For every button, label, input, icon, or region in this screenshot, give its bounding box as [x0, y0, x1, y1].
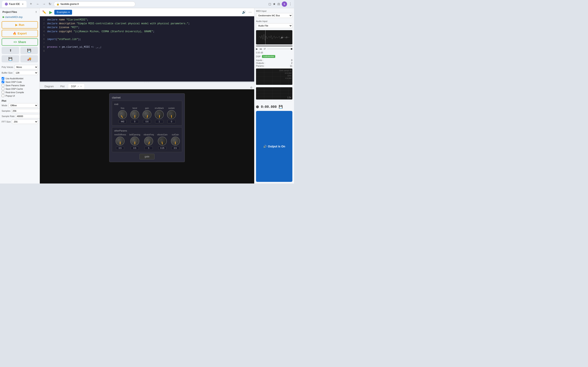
open-btn[interactable]: 💾	[2, 55, 19, 62]
mode-select[interactable]: Offline Online	[9, 103, 38, 108]
run-button[interactable]: ▶ Run	[2, 21, 38, 29]
audioworklet-row: Use AudioWorklet	[2, 77, 38, 80]
save-cache-checkbox[interactable]	[2, 87, 4, 90]
realtime-checkbox[interactable]	[2, 91, 4, 94]
dsp-panel: clarinet midi freq 440 bend	[40, 89, 254, 184]
progress-bar[interactable]	[256, 46, 292, 46]
knob-reedstiffness-control[interactable]	[116, 137, 125, 146]
output-button[interactable]: 🔊 Output is On	[256, 111, 292, 182]
transport-save-icon[interactable]: 💾	[279, 105, 283, 109]
save-cache-row: Save DSP Cache	[2, 87, 38, 90]
knob-sustain-value[interactable]: 0	[167, 120, 176, 123]
knob-envattack-control[interactable]	[155, 110, 164, 119]
new-tab-btn[interactable]: +	[28, 1, 34, 7]
knob-vibratogain-value[interactable]: 0.25	[158, 146, 166, 150]
extensions-icon[interactable]: ⚖	[277, 2, 280, 6]
export-button[interactable]: 🔥 Export	[2, 30, 38, 37]
run-icon: ▶	[15, 23, 17, 26]
external-link-icon[interactable]: ◻	[268, 2, 271, 6]
fft-row: FFT Size 256 512 1024	[2, 119, 38, 124]
popup-checkbox[interactable]	[2, 94, 4, 97]
plot-section-title: Plot	[2, 100, 38, 102]
knob-bellopening-value[interactable]: 0.5	[131, 146, 139, 150]
dsp-settings-gear[interactable]: ⚙	[250, 86, 252, 89]
knob-outgain-control[interactable]	[171, 137, 180, 146]
knob-bellopening-control[interactable]	[130, 137, 139, 146]
fft-select[interactable]: 256 512 1024	[12, 119, 38, 124]
more-btn[interactable]: ⋯	[248, 9, 252, 15]
knob-vibratogain-label: vibratoGain	[157, 133, 168, 136]
bookmark-icon[interactable]: ★	[273, 2, 276, 6]
tab-diagram[interactable]: Diagram	[42, 83, 57, 89]
svg-text:▶: ▶	[281, 36, 283, 39]
volume-slider[interactable]	[267, 49, 292, 49]
examples-label: Examples	[57, 11, 68, 14]
project-files-title: Project Files	[2, 11, 17, 13]
upload-icon[interactable]: ⇧	[35, 11, 37, 13]
save-file-btn[interactable]: 💾	[20, 47, 38, 54]
gate-button[interactable]: gate	[139, 154, 154, 159]
audio-input-select[interactable]: Audio File	[256, 23, 292, 28]
code-line-2: 2 declare description "Simple MIDI-contr…	[40, 22, 254, 26]
knob-reedstiffness-value[interactable]: 0.5	[116, 146, 124, 150]
tab-dsp-close[interactable]: ×	[80, 85, 82, 88]
browser-actions: ◻ ★ ⚖ S ⋮	[268, 1, 292, 7]
audioworklet-checkbox[interactable]	[2, 77, 4, 80]
knob-gain-value[interactable]: 0.6	[143, 120, 151, 123]
code-line-4: 4 declare copyright "(c)Romain Michon, C…	[40, 30, 254, 34]
knob-outgain-value[interactable]: 0.5	[171, 146, 180, 150]
midi-group: midi freq 440 bend	[112, 101, 182, 125]
save-dsp-checkbox[interactable]	[2, 81, 4, 83]
back-btn[interactable]: ←	[35, 1, 40, 7]
knob-bend-indicator	[135, 115, 135, 118]
code-line-6: 6 import("stdfaust.lib");	[40, 38, 254, 42]
buffer-select[interactable]: 128 256 512	[14, 71, 38, 75]
file-item[interactable]: clarinetMIDI.dsp	[2, 15, 38, 19]
poly-voices-row: Poly Voices Mono 2 4 8	[2, 65, 38, 69]
knob-vibratofreq-value[interactable]: 5	[145, 146, 153, 150]
other-knob-row: reedStiffness 0.5 bellOpening 0.5	[114, 133, 180, 150]
tab-close-btn[interactable]: ×	[22, 2, 24, 6]
popup-row: Popup UI	[2, 94, 38, 97]
upload-file-btn[interactable]: ⬆	[2, 47, 19, 54]
share-button[interactable]: <> Share	[2, 38, 38, 46]
knob-freq-control[interactable]	[118, 110, 127, 119]
tab-diagram-label: Diagram	[44, 85, 54, 88]
play-btn[interactable]: ▶	[256, 48, 258, 50]
edit-icon-btn[interactable]: ✏️	[42, 9, 47, 15]
loop-btn[interactable]: ↺	[264, 48, 266, 50]
menu-icon[interactable]: ⋮	[289, 2, 292, 6]
knob-gain-control[interactable]	[143, 110, 151, 119]
examples-button[interactable]: Examples ▾	[54, 10, 72, 15]
scope-zoom-label: 1.0x	[287, 96, 291, 99]
knob-vibratofreq-control[interactable]	[144, 137, 153, 146]
user-avatar[interactable]: S	[282, 1, 287, 7]
knob-bend-value[interactable]: 0	[131, 120, 139, 123]
knob-bend-control[interactable]	[130, 110, 139, 119]
refresh-btn[interactable]: ↻	[48, 1, 52, 7]
speaker-btn[interactable]: 🔊	[241, 9, 247, 15]
knob-outgain-label: outGain	[172, 133, 179, 136]
forward-btn[interactable]: →	[42, 1, 47, 7]
samples-input[interactable]	[12, 109, 40, 113]
play-stop-btn[interactable]: ▶	[48, 9, 53, 16]
code-line-1: 1 declare name "ClarinetMIDI";	[40, 18, 254, 22]
tab-plot[interactable]: Plot	[57, 83, 68, 89]
poly-select[interactable]: Mono 2 4 8	[15, 65, 38, 69]
tab-dsp[interactable]: DSP ↗ ×	[68, 83, 85, 89]
truck-btn[interactable]: 🚚	[20, 55, 38, 62]
code-editor[interactable]: 1 declare name "ClarinetMIDI"; 2 declare…	[40, 16, 254, 82]
knob-freq-value[interactable]: 440	[118, 120, 127, 123]
samplerate-input[interactable]	[16, 114, 40, 118]
tab-dsp-external-icon: ↗	[77, 85, 79, 88]
svg-text:↺: ↺	[285, 36, 287, 39]
knob-envattack-value[interactable]: 1	[155, 120, 163, 123]
browser-tab[interactable]: F Faust IDE ×	[2, 1, 26, 7]
address-bar[interactable]: 🔒 faustide.grame.fr	[54, 1, 135, 7]
knob-vibratogain-control[interactable]	[158, 137, 167, 146]
save-params-checkbox[interactable]	[2, 84, 4, 87]
midi-input-select[interactable]: Gestionnaire IAC Bus	[256, 13, 292, 18]
dsp-panel-settings: ⚙	[250, 86, 252, 89]
back-btn-audio[interactable]: ⏮	[259, 48, 262, 50]
knob-sustain-control[interactable]	[167, 110, 176, 119]
